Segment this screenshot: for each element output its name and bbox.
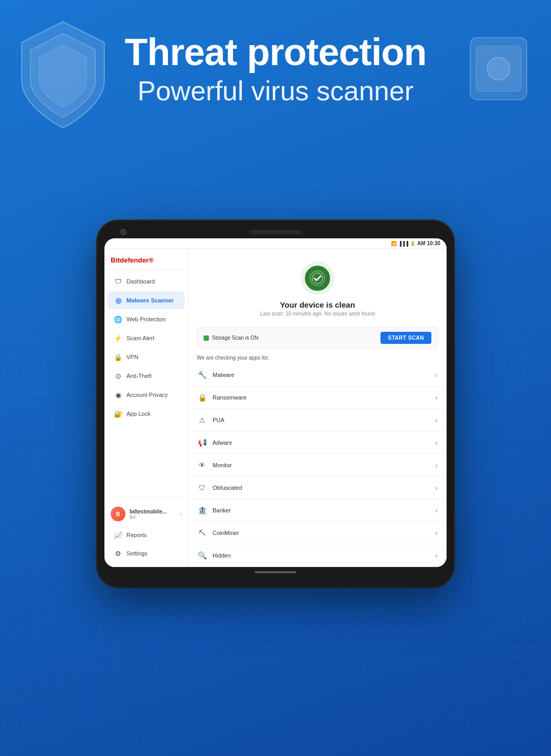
adware-chevron-icon: ∨	[435, 440, 438, 446]
threat-left-malware: 🔧 Malware	[197, 370, 235, 380]
nav-item-settings[interactable]: ⚙ Settings	[108, 544, 185, 562]
phone-top-bar	[104, 230, 447, 234]
threat-item-pua[interactable]: ⚠ PUA ∨	[188, 409, 447, 432]
app-lock-icon: 🔐	[114, 410, 122, 418]
sidebar: Bitdefender® 🛡 Dashboard ◎ Malware Scann…	[104, 249, 188, 567]
user-profile-item[interactable]: B bdtestmobile... Bd ›	[104, 502, 188, 526]
threat-item-obfuscated[interactable]: 🛡 Obfuscated ∨	[188, 477, 447, 499]
app-logo: Bitdefender®	[104, 249, 188, 270]
adware-threat-label: Adware	[213, 439, 232, 446]
nav-label-reports: Reports	[126, 532, 147, 538]
nav-item-anti-theft[interactable]: ⊙ Anti-Theft	[108, 367, 185, 385]
user-info: bdtestmobile... Bd	[130, 509, 176, 520]
home-indicator	[255, 571, 296, 573]
reports-icon: 📈	[114, 531, 122, 539]
scanner-status-icon	[305, 266, 330, 291]
app-content: Bitdefender® 🛡 Dashboard ◎ Malware Scann…	[104, 249, 447, 567]
web-protection-icon: 🌐	[114, 315, 122, 323]
threat-left-monitor: 👁 Monitor	[197, 460, 232, 470]
storage-dot-indicator	[204, 335, 209, 341]
scanner-header: Your device is clean Last scan: 10 minut…	[188, 249, 447, 325]
account-privacy-icon: ◉	[114, 391, 122, 399]
coinminer-threat-label: CoinMiner	[213, 530, 239, 536]
threat-item-coinminer[interactable]: ⛏ CoinMiner ∨	[188, 522, 447, 544]
ransomware-threat-icon: 🔒	[197, 392, 207, 403]
monitor-threat-label: Monitor	[213, 462, 232, 468]
user-avatar: B	[111, 507, 125, 521]
banker-threat-icon: 🏦	[197, 505, 207, 516]
threat-left-ransomware: 🔒 Ransomware	[197, 392, 247, 403]
wifi-icon: 📶	[391, 241, 397, 246]
sidebar-bottom: B bdtestmobile... Bd › 📈 Reports	[104, 498, 188, 563]
storage-scan-status: Storage Scan is ON	[204, 335, 258, 341]
signal-icon: ▐▐▐	[398, 241, 408, 246]
nav-label-web-protection: Web Protection	[126, 316, 166, 322]
pua-threat-label: PUA	[213, 417, 225, 423]
scam-alert-icon: ⚡	[114, 334, 122, 342]
status-time: AM 10:30	[417, 240, 440, 246]
threat-left-coinminer: ⛏ CoinMiner	[197, 528, 239, 538]
pua-chevron-icon: ∨	[435, 417, 438, 423]
battery-icon: 🔋	[410, 241, 416, 246]
threat-item-malware[interactable]: 🔧 Malware ∨	[188, 364, 447, 386]
malware-chevron-icon: ∨	[435, 372, 438, 378]
storage-scan-label: Storage Scan is ON	[212, 335, 258, 341]
threat-left-banker: 🏦 Banker	[197, 505, 231, 516]
phone-frame: 📶 ▐▐▐ 🔋 AM 10:30 Bitdefender® 🛡	[97, 220, 454, 587]
status-icons: 📶 ▐▐▐ 🔋 AM 10:30	[391, 240, 440, 246]
adware-threat-icon: 📢	[197, 437, 207, 448]
hidden-threat-label: Hidden	[213, 552, 231, 559]
obfuscated-threat-label: Obfuscated	[213, 485, 242, 491]
threat-item-adware[interactable]: 📢 Adware ∨	[188, 432, 447, 454]
threat-list: 🔧 Malware ∨ 🔒 Ransomware ∨	[188, 364, 447, 567]
main-headline: Threat protection	[0, 32, 551, 73]
malware-scanner-icon: ◎	[114, 296, 122, 304]
coinminer-threat-icon: ⛏	[197, 528, 207, 538]
phone-camera	[120, 229, 126, 235]
clean-status-subtitle: Last scan: 10 minutes ago. No issues wer…	[260, 311, 375, 317]
nav-item-malware-scanner[interactable]: ◎ Malware Scanner	[108, 291, 185, 309]
banker-chevron-icon: ∨	[435, 508, 438, 513]
obfuscated-chevron-icon: ∨	[435, 485, 438, 491]
nav-item-vpn[interactable]: 🔒 VPN	[108, 348, 185, 366]
nav-item-app-lock[interactable]: 🔐 App Lock	[108, 405, 185, 423]
nav-label-anti-theft: Anti-Theft	[126, 373, 152, 379]
ransomware-chevron-icon: ∨	[435, 395, 438, 401]
pua-threat-icon: ⚠	[197, 415, 207, 425]
threat-item-banker[interactable]: 🏦 Banker ∨	[188, 499, 447, 522]
status-bar: 📶 ▐▐▐ 🔋 AM 10:30	[104, 238, 447, 249]
phone-bottom-bar	[104, 567, 447, 578]
nav-label-settings: Settings	[126, 550, 147, 556]
malware-threat-icon: 🔧	[197, 370, 207, 380]
sub-headline: Powerful virus scanner	[0, 75, 551, 107]
threat-item-monitor[interactable]: 👁 Monitor ∨	[188, 454, 447, 477]
nav-item-reports[interactable]: 📈 Reports	[108, 526, 185, 544]
threat-left-hidden: 🔍 Hidden	[197, 550, 231, 561]
hidden-threat-icon: 🔍	[197, 550, 207, 561]
threat-left-pua: ⚠ PUA	[197, 415, 225, 425]
threat-left-obfuscated: 🛡 Obfuscated	[197, 482, 242, 493]
settings-icon: ⚙	[114, 549, 122, 558]
nav-label-account-privacy: Account Privacy	[126, 392, 168, 398]
main-panel: Your device is clean Last scan: 10 minut…	[188, 249, 447, 567]
nav-item-account-privacy[interactable]: ◉ Account Privacy	[108, 386, 185, 404]
threat-item-hidden[interactable]: 🔍 Hidden ∨	[188, 544, 447, 567]
nav-item-dashboard[interactable]: 🛡 Dashboard	[108, 272, 185, 290]
vpn-icon: 🔒	[114, 353, 122, 361]
checking-apps-label: We are checking your apps for:	[188, 349, 447, 364]
threat-left-adware: 📢 Adware	[197, 437, 232, 448]
anti-theft-icon: ⊙	[114, 372, 122, 380]
nav-label-scam-alert: Scam Alert	[126, 335, 154, 341]
dashboard-icon: 🛡	[114, 277, 122, 286]
nav-label-dashboard: Dashboard	[126, 278, 155, 285]
user-chevron-icon: ›	[180, 511, 182, 517]
monitor-threat-icon: 👁	[197, 460, 207, 470]
storage-scan-bar: Storage Scan is ON START SCAN	[197, 327, 438, 349]
malware-threat-label: Malware	[213, 372, 235, 378]
threat-item-ransomware[interactable]: 🔒 Ransomware ∨	[188, 386, 447, 409]
clean-status-title: Your device is clean	[280, 300, 355, 309]
nav-item-scam-alert[interactable]: ⚡ Scam Alert	[108, 329, 185, 347]
scanner-icon-wrapper	[301, 261, 334, 295]
start-scan-button[interactable]: START SCAN	[380, 332, 431, 344]
nav-item-web-protection[interactable]: 🌐 Web Protection	[108, 310, 185, 328]
